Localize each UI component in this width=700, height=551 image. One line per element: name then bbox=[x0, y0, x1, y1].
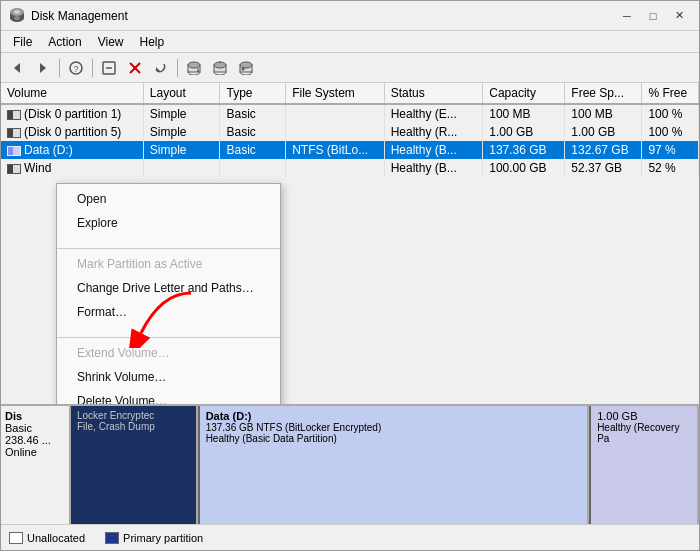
toolbar-sep-1 bbox=[59, 59, 60, 77]
volume-icon bbox=[7, 164, 21, 174]
table-cell bbox=[143, 159, 220, 177]
col-volume: Volume bbox=[1, 83, 143, 104]
table-cell: Healthy (B... bbox=[384, 159, 483, 177]
toolbar-btn-help[interactable]: ? bbox=[64, 57, 88, 79]
partition-recovery[interactable]: 1.00 GB Healthy (Recovery Pa bbox=[589, 406, 699, 524]
legend-unallocated-label: Unallocated bbox=[27, 532, 85, 544]
context-menu-item: Extend Volume… bbox=[57, 341, 280, 365]
volume-icon bbox=[7, 146, 21, 156]
table-row[interactable]: Data (D:)SimpleBasicNTFS (BitLo...Health… bbox=[1, 141, 699, 159]
menu-file[interactable]: File bbox=[5, 33, 40, 51]
toolbar-sep-3 bbox=[177, 59, 178, 77]
table-cell bbox=[286, 159, 385, 177]
table-cell: Data (D:) bbox=[1, 141, 143, 159]
table-cell: 100 MB bbox=[565, 104, 642, 123]
table-cell: 97 % bbox=[642, 141, 699, 159]
minimize-button[interactable]: ─ bbox=[615, 7, 639, 25]
partition-data-d[interactable]: Data (D:) 137.36 GB NTFS (BitLocker Encr… bbox=[198, 406, 589, 524]
svg-point-27 bbox=[242, 67, 245, 70]
toolbar-btn-undo[interactable] bbox=[149, 57, 173, 79]
context-menu-separator bbox=[57, 337, 280, 338]
context-menu-item[interactable]: Open bbox=[57, 187, 280, 211]
col-free: Free Sp... bbox=[565, 83, 642, 104]
back-button[interactable] bbox=[5, 57, 29, 79]
partition-data-label: Data (D:) bbox=[206, 410, 581, 422]
col-capacity: Capacity bbox=[483, 83, 565, 104]
disk-label: Dis bbox=[5, 410, 65, 422]
partition-data-status: Healthy (Basic Data Partition) bbox=[206, 433, 581, 444]
menu-help[interactable]: Help bbox=[132, 33, 173, 51]
svg-point-26 bbox=[240, 62, 252, 68]
context-menu-item: Mark Partition as Active bbox=[57, 252, 280, 276]
table-cell: Simple bbox=[143, 104, 220, 123]
context-menu-separator bbox=[57, 248, 280, 249]
toolbar-btn-delete[interactable] bbox=[123, 57, 147, 79]
toolbar-btn-disk3[interactable] bbox=[234, 57, 258, 79]
disk-size: 238.46 ... bbox=[5, 434, 65, 446]
partition-locker[interactable]: Locker EncryptecFile, Crash Dump bbox=[71, 406, 198, 524]
legend-primary-label: Primary partition bbox=[123, 532, 203, 544]
table-cell: (Disk 0 partition 1) bbox=[1, 104, 143, 123]
legend-unallocated: Unallocated bbox=[9, 532, 85, 544]
partition-data-details: 137.36 GB NTFS (BitLocker Encrypted) bbox=[206, 422, 581, 433]
close-button[interactable]: ✕ bbox=[667, 7, 691, 25]
volume-table-area: Volume Layout Type File System Status Ca… bbox=[1, 83, 699, 404]
legend-box-unallocated bbox=[9, 532, 23, 544]
svg-point-18 bbox=[197, 70, 199, 72]
menu-view[interactable]: View bbox=[90, 33, 132, 51]
partition-recovery-status: Healthy (Recovery Pa bbox=[597, 422, 691, 444]
volume-table: Volume Layout Type File System Status Ca… bbox=[1, 83, 699, 177]
title-bar-left: Disk Management bbox=[9, 8, 128, 24]
table-cell: Simple bbox=[143, 141, 220, 159]
partition-locker-text: Locker EncryptecFile, Crash Dump bbox=[77, 410, 190, 432]
partition-recovery-size: 1.00 GB bbox=[597, 410, 691, 422]
context-menu-item[interactable]: Change Drive Letter and Paths… bbox=[57, 276, 280, 300]
col-fs: File System bbox=[286, 83, 385, 104]
table-cell: Healthy (R... bbox=[384, 123, 483, 141]
menu-bar: File Action View Help bbox=[1, 31, 699, 53]
table-cell bbox=[286, 123, 385, 141]
maximize-button[interactable]: □ bbox=[641, 7, 665, 25]
title-bar: Disk Management ─ □ ✕ bbox=[1, 1, 699, 31]
disk-panel: Dis Basic 238.46 ... Online Locker Encry… bbox=[1, 406, 699, 524]
svg-point-3 bbox=[14, 16, 20, 20]
table-cell bbox=[286, 104, 385, 123]
table-cell: Healthy (E... bbox=[384, 104, 483, 123]
toolbar: ? bbox=[1, 53, 699, 83]
legend-box-primary bbox=[105, 532, 119, 544]
status-bar: Unallocated Primary partition bbox=[1, 524, 699, 550]
context-menu-item[interactable]: Shrink Volume… bbox=[57, 365, 280, 389]
toolbar-btn-disk2[interactable] bbox=[208, 57, 232, 79]
toolbar-sep-2 bbox=[92, 59, 93, 77]
forward-button[interactable] bbox=[31, 57, 55, 79]
table-cell: 100 MB bbox=[483, 104, 565, 123]
col-type: Type bbox=[220, 83, 286, 104]
disk-management-window: Disk Management ─ □ ✕ File Action View H… bbox=[0, 0, 700, 551]
table-row[interactable]: (Disk 0 partition 1)SimpleBasicHealthy (… bbox=[1, 104, 699, 123]
table-row[interactable]: WindHealthy (B...100.00 GB52.37 GB52 % bbox=[1, 159, 699, 177]
context-menu: OpenExploreMark Partition as ActiveChang… bbox=[56, 183, 281, 404]
table-cell: (Disk 0 partition 5) bbox=[1, 123, 143, 141]
toolbar-btn-disk1[interactable] bbox=[182, 57, 206, 79]
app-icon bbox=[9, 8, 25, 24]
disk-panel-area: Dis Basic 238.46 ... Online Locker Encry… bbox=[1, 404, 699, 524]
menu-action[interactable]: Action bbox=[40, 33, 89, 51]
svg-marker-13 bbox=[156, 67, 160, 71]
table-cell: 52 % bbox=[642, 159, 699, 177]
svg-point-4 bbox=[14, 10, 20, 14]
context-menu-item[interactable]: Delete Volume… bbox=[57, 389, 280, 404]
volume-icon bbox=[7, 110, 21, 120]
table-cell: Simple bbox=[143, 123, 220, 141]
svg-text:?: ? bbox=[73, 64, 78, 74]
svg-point-16 bbox=[188, 62, 200, 68]
context-menu-item[interactable]: Explore bbox=[57, 211, 280, 235]
disk-partitions: Locker EncryptecFile, Crash Dump Data (D… bbox=[71, 406, 699, 524]
toolbar-btn-3[interactable] bbox=[97, 57, 121, 79]
table-row[interactable]: (Disk 0 partition 5)SimpleBasicHealthy (… bbox=[1, 123, 699, 141]
col-status: Status bbox=[384, 83, 483, 104]
table-cell: Basic bbox=[220, 123, 286, 141]
table-cell: 100.00 GB bbox=[483, 159, 565, 177]
table-cell: Basic bbox=[220, 141, 286, 159]
context-menu-item[interactable]: Format… bbox=[57, 300, 280, 324]
main-content: Volume Layout Type File System Status Ca… bbox=[1, 83, 699, 524]
